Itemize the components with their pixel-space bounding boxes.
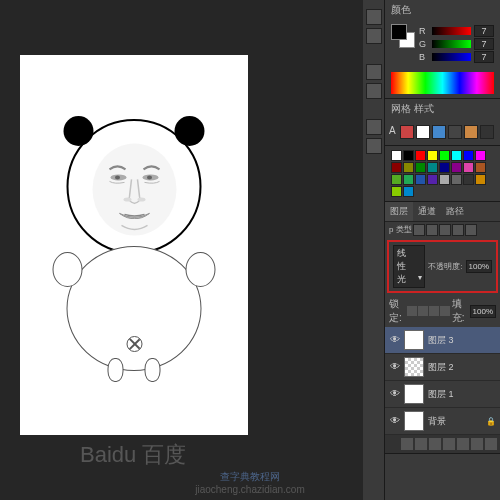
swatch[interactable] [451,174,462,185]
svg-point-3 [115,175,120,179]
opacity-value[interactable]: 100% [466,260,492,273]
swatch[interactable] [475,162,486,173]
dock-icon[interactable] [366,28,382,44]
canvas[interactable] [20,55,248,435]
layer-item[interactable]: 👁图层 1 [385,381,500,408]
lock-icon: 🔒 [486,417,496,426]
swatch[interactable] [439,174,450,185]
swatch[interactable] [427,162,438,173]
layer-item[interactable]: 👁背景🔒 [385,408,500,435]
kind-label: p 类型 [389,224,412,236]
tab-channels[interactable]: 通道 [413,202,441,221]
dock-icon[interactable] [366,9,382,25]
group-icon[interactable] [457,438,469,450]
filter-icon[interactable] [439,224,451,236]
dock-icon[interactable] [366,138,382,154]
link-icon[interactable] [401,438,413,450]
swatch[interactable] [403,174,414,185]
layer-thumbnail [404,411,424,431]
lock-pixels-icon[interactable] [418,306,428,316]
trash-icon[interactable] [485,438,497,450]
type-icon: A [389,125,396,139]
swatch[interactable] [391,150,402,161]
swatch[interactable] [427,174,438,185]
styles-panel: 网格 样式 A [385,99,500,146]
color-spectrum[interactable] [391,72,494,94]
g-slider[interactable] [432,40,471,48]
lock-position-icon[interactable] [429,306,439,316]
foot-right [145,358,161,382]
swatch[interactable] [391,174,402,185]
tab-paths[interactable]: 路径 [441,202,469,221]
style-swatch[interactable] [416,125,430,139]
arm-right [186,252,216,287]
style-swatch[interactable] [432,125,446,139]
site-watermark: 查字典教程网 jiaocheng.chazidian.com [195,470,305,495]
swatch[interactable] [403,186,414,197]
swatch[interactable] [415,174,426,185]
swatch[interactable] [415,150,426,161]
lock-all-icon[interactable] [440,306,450,316]
svg-point-6 [137,197,145,201]
swatches-panel [385,146,500,202]
g-value[interactable]: 7 [474,38,494,50]
swatch[interactable] [391,186,402,197]
style-swatch[interactable] [464,125,478,139]
style-swatch[interactable] [400,125,414,139]
swatch[interactable] [403,162,414,173]
swatch[interactable] [451,162,462,173]
b-value[interactable]: 7 [474,51,494,63]
foreground-swatch[interactable] [391,24,407,40]
swatch[interactable] [439,162,450,173]
swatch[interactable] [427,150,438,161]
visibility-toggle[interactable]: 👁 [389,361,401,373]
swatch[interactable] [463,150,474,161]
layer-name: 图层 1 [428,388,454,401]
layer-item[interactable]: 👁图层 2 [385,354,500,381]
swatch[interactable] [475,174,486,185]
swatch[interactable] [391,162,402,173]
fx-icon[interactable] [415,438,427,450]
b-slider[interactable] [432,53,471,61]
swatch[interactable] [403,150,414,161]
style-swatch[interactable] [448,125,462,139]
swatch[interactable] [439,150,450,161]
swatch[interactable] [475,150,486,161]
adjustment-icon[interactable] [443,438,455,450]
panda-drawing [67,119,202,371]
tab-layers[interactable]: 图层 [385,202,413,221]
r-slider[interactable] [432,27,471,35]
swatch[interactable] [415,162,426,173]
color-panel: 颜色 R 7 G 7 [385,0,500,99]
styles-tab[interactable]: 网格 [391,103,411,114]
filter-icon[interactable] [452,224,464,236]
layer-name: 图层 2 [428,361,454,374]
dock-icon[interactable] [366,83,382,99]
filter-icon[interactable] [426,224,438,236]
new-layer-icon[interactable] [471,438,483,450]
svg-point-5 [123,197,131,201]
style-swatch[interactable] [480,125,494,139]
visibility-toggle[interactable]: 👁 [389,388,401,400]
styles-title[interactable]: 样式 [414,103,434,114]
fill-value[interactable]: 100% [470,305,496,318]
dock-icon[interactable] [366,64,382,80]
layer-item[interactable]: 👁图层 3 [385,327,500,354]
filter-icon[interactable] [413,224,425,236]
r-value[interactable]: 7 [474,25,494,37]
r-label: R [419,26,429,36]
blend-mode-select[interactable]: 线性光 [393,245,425,288]
lock-transparency-icon[interactable] [407,306,417,316]
filter-icon[interactable] [465,224,477,236]
visibility-toggle[interactable]: 👁 [389,334,401,346]
dock-icon[interactable] [366,119,382,135]
layer-thumbnail [404,384,424,404]
visibility-toggle[interactable]: 👁 [389,415,401,427]
mask-icon[interactable] [429,438,441,450]
swatch[interactable] [451,150,462,161]
swatch[interactable] [463,174,474,185]
swatch[interactable] [463,162,474,173]
fg-bg-swatch[interactable] [391,24,415,48]
color-panel-title[interactable]: 颜色 [385,0,500,20]
layers-panel: 图层 通道 路径 p 类型 线性光 不透明度: 100% 锁定: 填充: [385,202,500,454]
